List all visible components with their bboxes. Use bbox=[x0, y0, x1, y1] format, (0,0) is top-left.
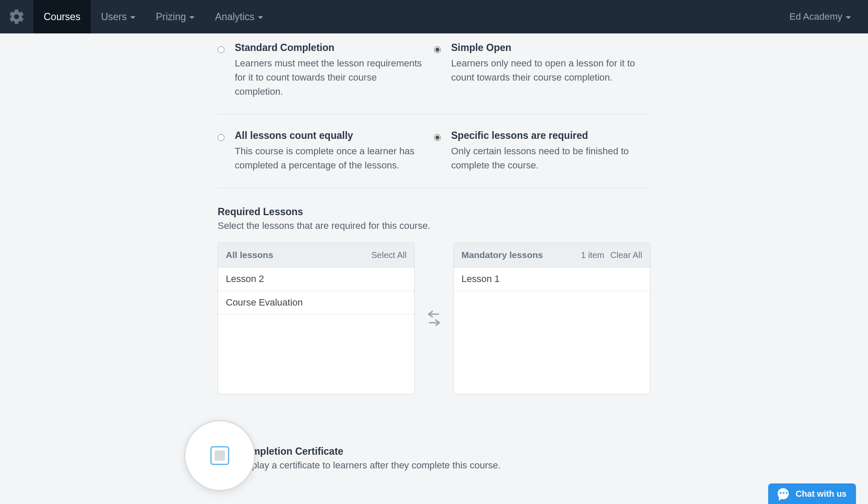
certificate-title: Completion Certificate bbox=[238, 446, 501, 457]
listbox-title: Mandatory lessons bbox=[461, 250, 543, 260]
checkbox-focus-icon bbox=[210, 446, 229, 465]
completion-certificate-row: Completion Certificate Display a certifi… bbox=[218, 446, 650, 471]
radio-input-simple[interactable] bbox=[434, 46, 441, 53]
radio-specific-required[interactable]: Specific lessons are required Only certa… bbox=[434, 130, 650, 172]
required-lessons-header: Required Lessons Select the lessons that… bbox=[218, 206, 650, 231]
brand-gear-icon[interactable] bbox=[0, 8, 33, 25]
nav-prizing[interactable]: Prizing bbox=[146, 0, 205, 33]
nav-users[interactable]: Users bbox=[91, 0, 146, 33]
radio-input-standard[interactable] bbox=[218, 46, 224, 53]
chat-bubble-icon bbox=[778, 488, 789, 499]
nav-courses[interactable]: Courses bbox=[33, 0, 91, 33]
section-title: Required Lessons bbox=[218, 206, 650, 218]
list-item[interactable]: Lesson 1 bbox=[454, 267, 650, 291]
magnified-checkbox-highlight bbox=[184, 420, 255, 491]
course-settings-panel: Standard Completion Learners must meet t… bbox=[218, 33, 650, 471]
certificate-desc: Display a certificate to learners after … bbox=[238, 460, 501, 471]
lesson-transfer: All lessons Select All Lesson 2 Course E… bbox=[218, 243, 650, 394]
radio-title: All lessons count equally bbox=[235, 130, 424, 141]
nav-label: Courses bbox=[44, 11, 81, 23]
select-all-button[interactable]: Select All bbox=[371, 250, 407, 260]
caret-down-icon bbox=[189, 16, 195, 19]
nav-label: Analytics bbox=[215, 11, 254, 23]
all-lessons-listbox: All lessons Select All Lesson 2 Course E… bbox=[218, 243, 415, 394]
section-subtitle: Select the lessons that are required for… bbox=[218, 220, 650, 231]
radio-desc: Learners only need to open a lesson for … bbox=[451, 56, 640, 84]
caret-down-icon bbox=[846, 16, 851, 19]
radio-desc: Learners must meet the lesson requiremen… bbox=[235, 56, 424, 99]
lesson-weight-row: All lessons count equally This course is… bbox=[218, 114, 650, 188]
radio-title: Standard Completion bbox=[235, 42, 424, 54]
caret-down-icon bbox=[130, 16, 135, 19]
radio-all-equal[interactable]: All lessons count equally This course is… bbox=[218, 130, 434, 172]
radio-simple-open[interactable]: Simple Open Learners only need to open a… bbox=[434, 42, 650, 99]
list-item[interactable]: Course Evaluation bbox=[218, 291, 414, 315]
list-item[interactable]: Lesson 2 bbox=[218, 267, 414, 291]
nav-label: Prizing bbox=[156, 11, 186, 23]
nav-analytics[interactable]: Analytics bbox=[205, 0, 273, 33]
clear-all-button[interactable]: Clear All bbox=[611, 250, 642, 260]
radio-desc: This course is complete once a learner h… bbox=[235, 144, 424, 172]
completion-mode-row: Standard Completion Learners must meet t… bbox=[218, 38, 650, 114]
radio-title: Simple Open bbox=[451, 42, 640, 54]
transfer-arrows-icon bbox=[425, 308, 443, 329]
caret-down-icon bbox=[258, 16, 263, 19]
listbox-title: All lessons bbox=[226, 250, 273, 260]
radio-title: Specific lessons are required bbox=[451, 130, 640, 141]
item-count: 1 item bbox=[581, 250, 604, 260]
radio-standard-completion[interactable]: Standard Completion Learners must meet t… bbox=[218, 42, 434, 99]
mandatory-lessons-listbox: Mandatory lessons 1 item Clear All Lesso… bbox=[453, 243, 650, 394]
account-name: Ed Academy bbox=[789, 11, 842, 22]
gear-icon bbox=[8, 8, 25, 25]
radio-input-specific[interactable] bbox=[434, 134, 441, 141]
chat-label: Chat with us bbox=[796, 489, 847, 499]
account-dropdown[interactable]: Ed Academy bbox=[789, 11, 851, 22]
top-nav: Courses Users Prizing Analytics Ed Acade… bbox=[0, 0, 868, 33]
nav-label: Users bbox=[101, 11, 127, 23]
radio-desc: Only certain lessons need to be finished… bbox=[451, 144, 640, 172]
chat-widget[interactable]: Chat with us bbox=[768, 483, 856, 504]
radio-input-equal[interactable] bbox=[218, 134, 224, 141]
